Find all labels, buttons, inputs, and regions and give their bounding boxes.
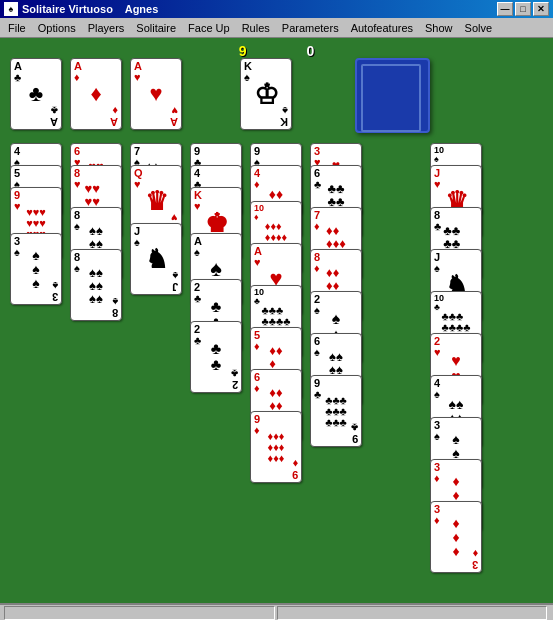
score-right: 0 xyxy=(307,43,315,59)
maximize-button[interactable]: □ xyxy=(515,2,531,16)
menu-solve[interactable]: Solve xyxy=(459,18,499,37)
menu-parameters[interactable]: Parameters xyxy=(276,18,345,37)
title-controls: — □ ✕ xyxy=(497,2,549,16)
app-icon: ♠ xyxy=(4,2,18,16)
status-bar xyxy=(0,603,553,620)
top-card-king-spades[interactable]: K♠ ♔ K♠ xyxy=(240,58,292,130)
status-panel-right xyxy=(277,606,548,620)
card-9d-col5[interactable]: 9♦ ♦♦♦♦♦♦♦♦♦ 9♦ xyxy=(250,411,302,483)
card-js-col3[interactable]: J♠ ♞ J♠ xyxy=(130,223,182,295)
menu-options[interactable]: Options xyxy=(32,18,82,37)
top-card-diamonds[interactable]: A♦ ♦ A♦ xyxy=(70,58,122,130)
card-9c-col6[interactable]: 9♣ ♣♣♣♣♣♣♣♣♣ 9♣ xyxy=(310,375,362,447)
close-button[interactable]: ✕ xyxy=(533,2,549,16)
card-3d-col7b[interactable]: 3♦ ♦♦♦ 3♦ xyxy=(430,501,482,573)
card-8s-col2b[interactable]: 8♠ ♠♠♠♠♠♠ 8♠ xyxy=(70,249,122,321)
title-text: Solitaire Virtuoso Agnes xyxy=(22,3,158,15)
menu-rules[interactable]: Rules xyxy=(236,18,276,37)
deck-pile[interactable] xyxy=(355,58,430,133)
card-3s-col1[interactable]: 3♠ ♠♠♠ 3♠ xyxy=(10,233,62,305)
score-left: 9 xyxy=(239,43,247,59)
menu-bar: File Options Players Solitaire Face Up R… xyxy=(0,18,553,38)
menu-show[interactable]: Show xyxy=(419,18,459,37)
score-area: 9 0 xyxy=(0,43,553,59)
menu-file[interactable]: File xyxy=(2,18,32,37)
top-card-hearts[interactable]: A♥ ♥ A♥ xyxy=(130,58,182,130)
card-2c-col4b[interactable]: 2♣ ♣♣ 2♣ xyxy=(190,321,242,393)
top-card-clubs[interactable]: A♣ ♣ A♣ xyxy=(10,58,62,130)
menu-faceup[interactable]: Face Up xyxy=(182,18,236,37)
status-panel-left xyxy=(4,606,275,620)
menu-players[interactable]: Players xyxy=(82,18,131,37)
minimize-button[interactable]: — xyxy=(497,2,513,16)
title-bar: ♠ Solitaire Virtuoso Agnes — □ ✕ xyxy=(0,0,553,18)
menu-autofeatures[interactable]: Autofeatures xyxy=(345,18,419,37)
menu-solitaire[interactable]: Solitaire xyxy=(130,18,182,37)
game-area: 9 0 A♣ ♣ A♣ A♦ ♦ A♦ A♥ ♥ A♥ K♠ ♔ K♠ 4♠ ♠… xyxy=(0,38,553,603)
